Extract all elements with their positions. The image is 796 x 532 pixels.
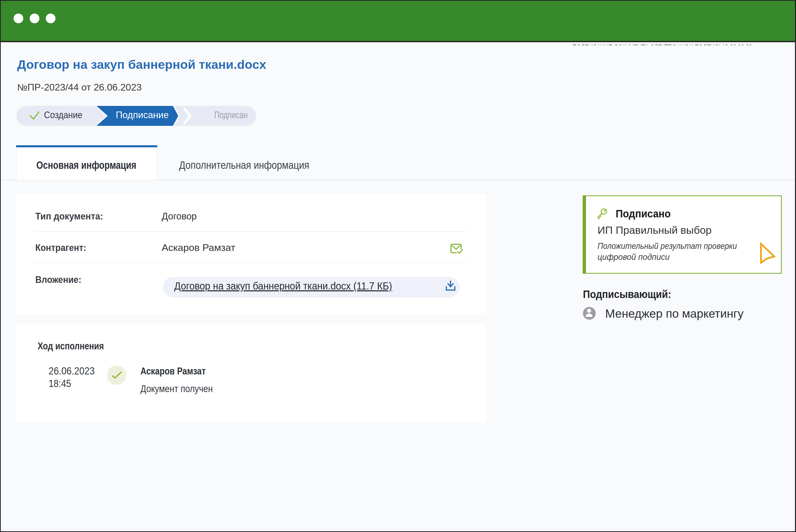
svg-text:Договор на закуп баннерной тка: Договор на закуп баннерной ткани.docx <box>17 58 266 71</box>
svg-text:Подписано: Подписано <box>616 207 671 220</box>
svg-text:Дополнительная информация: Дополнительная информация <box>179 159 309 171</box>
svg-text:Тип документа:: Тип документа: <box>35 211 103 222</box>
svg-text:Документ получен: Документ получен <box>140 383 213 394</box>
svg-text:Подписан: Подписан <box>214 110 248 120</box>
svg-text:Подписывающий:: Подписывающий: <box>583 288 671 300</box>
svg-text:Вложение:: Вложение: <box>35 274 81 285</box>
svg-text:цифровой подписи: цифровой подписи <box>598 252 670 262</box>
svg-text:Аскаров Рамзат: Аскаров Рамзат <box>162 243 235 253</box>
svg-text:Договор: Договор <box>162 211 197 222</box>
svg-text:Менеджер по маркетингу: Менеджер по маркетингу <box>605 307 743 320</box>
svg-text:ИП Правильный выбор: ИП Правильный выбор <box>598 224 712 236</box>
svg-text:Контрагент:: Контрагент: <box>35 243 86 253</box>
svg-text:Основная информация: Основная информация <box>36 159 136 171</box>
svg-text:26.06.2023: 26.06.2023 <box>49 365 95 377</box>
svg-text:18:45: 18:45 <box>49 378 71 389</box>
svg-text:Создание: Создание <box>44 110 82 120</box>
svg-text:Положительный результат провер: Положительный результат проверки <box>598 241 737 251</box>
svg-text:Договор на закуп баннерной тка: Договор на закуп баннерной ткани.docx (1… <box>174 280 392 292</box>
svg-text:Ход исполнения: Ход исполнения <box>38 341 104 352</box>
svg-text:Подписание: Подписание <box>116 110 169 120</box>
svg-text:№ПР-2023/44 от 26.06.2023: №ПР-2023/44 от 26.06.2023 <box>17 82 142 93</box>
svg-text:Аскаров Рамзат: Аскаров Рамзат <box>140 366 206 377</box>
